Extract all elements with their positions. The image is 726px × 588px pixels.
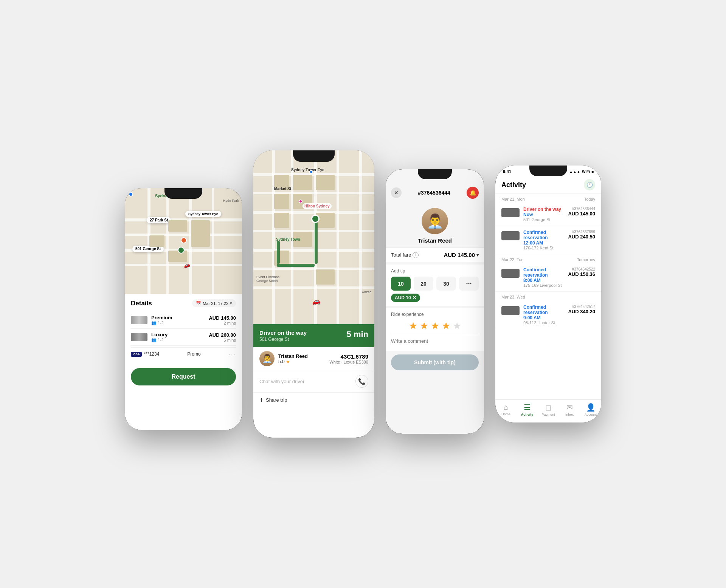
time-3: 8:00 AM: [523, 278, 568, 283]
driver-name: Tristan Reed: [278, 353, 308, 359]
price-1: AUD 145.00: [568, 211, 595, 217]
status-time: 9:41: [503, 169, 511, 174]
nav-payment-label: Payment: [541, 413, 555, 416]
nav-activity-label: Activity: [521, 413, 534, 416]
activity-header: Activity 🕐: [495, 175, 601, 194]
fare-chevron[interactable]: ▾: [476, 252, 479, 258]
tip-options: 10 20 30 ···: [391, 277, 479, 291]
bottom-nav: ⌂ Home ☰ Activity ◻ Payment ✉ Inbox 👤 Ac…: [495, 399, 601, 422]
phone-driver-enroute: 🚗 Sydney Tower Eye Market St Hilton Sydn…: [253, 150, 374, 438]
review-header: ✕ #3764536444 🔔: [386, 183, 484, 203]
nav-home[interactable]: ⌂ Home: [498, 403, 513, 416]
activity-icon: ☰: [524, 403, 531, 412]
fare-row: Total fare i AUD 145.00 ▾: [386, 248, 484, 262]
activity-item-2[interactable]: Confirmed reservation 12:00 AM 170-172 K…: [495, 226, 601, 254]
tip-30-button[interactable]: 30: [436, 277, 456, 291]
info-marker-2: [299, 200, 302, 203]
driver-address: 501 George St: [259, 337, 307, 342]
phone-notch: [164, 188, 202, 199]
map2-tower-label: Sydney Tower Eye: [291, 168, 324, 172]
close-button[interactable]: ✕: [391, 187, 402, 198]
time-4: 9:00 AM: [523, 315, 568, 320]
dest-pin: [178, 247, 185, 254]
map2-hilton-label: Hilton Sydney: [302, 203, 332, 209]
section-mar21: Mar 21, Mon Today: [495, 194, 601, 203]
payment-icon: ◻: [545, 403, 552, 412]
dest-pin-2: [311, 215, 320, 223]
share-trip-row[interactable]: ⬆ Share trip: [253, 393, 374, 407]
addr-4: 98-112 Hunter St: [523, 320, 568, 325]
ride-exp-label: Ride experience: [391, 312, 479, 317]
ride-option-luxury[interactable]: Luxury 👥 1-2 AUD 260.00 5 mins: [131, 329, 236, 346]
status-3: Confirmed reservation: [523, 267, 568, 278]
star-3[interactable]: ★: [431, 320, 439, 332]
star-4[interactable]: ★: [442, 320, 450, 332]
ride-option-premium[interactable]: Premium 👥 1-2 AUD 145.00 2 mins: [131, 312, 236, 329]
tip-10-button[interactable]: 10: [391, 277, 411, 291]
id-4: #3764542517: [568, 305, 595, 309]
chevron-icon: ▾: [230, 301, 232, 306]
nav-account-label: Account: [585, 413, 597, 416]
alert-button[interactable]: 🔔: [467, 187, 479, 199]
activity-title: Activity: [501, 181, 526, 189]
driver-rating: 5.0 ★: [278, 359, 308, 364]
more-options-icon[interactable]: ···: [229, 351, 236, 357]
car-icon-luxury: [131, 333, 147, 341]
chat-input[interactable]: Chat with your driver: [259, 379, 304, 384]
call-button[interactable]: 📞: [355, 375, 368, 388]
driver-avatar-large: 👨‍💼: [422, 208, 448, 234]
tip-more-button[interactable]: ···: [459, 277, 479, 291]
phone-notch-4: [529, 166, 567, 176]
location-dot: [129, 192, 133, 197]
comment-input[interactable]: [391, 335, 479, 347]
addr-3: 175-169 Liverpool St: [523, 283, 568, 288]
activity-item-3[interactable]: Confirmed reservation 8:00 AM 175-169 Li…: [495, 263, 601, 292]
car-marker-2: 🚗: [311, 296, 321, 306]
time-1: Now: [523, 212, 568, 217]
car-icon-2: [501, 231, 520, 240]
remove-tip-icon[interactable]: ✕: [413, 295, 416, 300]
map2-market-label: Market St: [274, 187, 291, 191]
id-3: #3764542522: [568, 267, 595, 271]
tip-20-button[interactable]: 20: [414, 277, 433, 291]
status-4: Confirmed reservation: [523, 305, 568, 315]
history-button[interactable]: 🕐: [584, 179, 595, 190]
nav-inbox[interactable]: ✉ Inbox: [562, 403, 577, 416]
activity-item-4[interactable]: Confirmed reservation 9:00 AM 98-112 Hun…: [495, 301, 601, 329]
nav-inbox-label: Inbox: [565, 413, 574, 416]
activity-item-1[interactable]: Driver on the way Now 501 George St #376…: [495, 203, 601, 226]
star-1[interactable]: ★: [409, 320, 417, 332]
nav-payment[interactable]: ◻ Payment: [541, 403, 556, 416]
fare-value: AUD 145.00: [444, 252, 475, 258]
driver-status-panel: Driver on the way 501 George St 5 min: [253, 324, 374, 347]
map2-anzac-label: Anzac: [362, 290, 371, 294]
booking-id: #3764536444: [418, 190, 450, 196]
driver-info-row: 👨‍💼 Tristan Reed 5.0 ★ 43C1.6789 White ·…: [253, 347, 374, 370]
share-icon: ⬆: [259, 397, 264, 403]
submit-button[interactable]: Submit (with tip): [391, 354, 479, 370]
star-5[interactable]: ★: [453, 320, 461, 332]
request-button[interactable]: Request: [131, 368, 236, 385]
ride-experience-section: Ride experience ★ ★ ★ ★ ★: [386, 308, 484, 351]
star-2[interactable]: ★: [420, 320, 428, 332]
info-icon[interactable]: i: [413, 252, 419, 258]
account-icon: 👤: [586, 403, 596, 412]
payment-row[interactable]: VISA ***1234 Promo ···: [131, 347, 236, 361]
selected-tip-tag[interactable]: AUD 10 ✕: [391, 294, 420, 302]
home-icon: ⌂: [504, 403, 508, 412]
phone-notch-2: [293, 150, 335, 162]
chat-row[interactable]: Chat with your driver 📞: [253, 370, 374, 393]
map2-area: 🚗 Sydney Tower Eye Market St Hilton Sydn…: [253, 150, 374, 324]
id-2: #3764537889: [568, 230, 595, 234]
phone-review: ✕ #3764536444 🔔 👨‍💼 Tristan Reed Total f…: [386, 169, 484, 434]
id-1: #3764536444: [568, 207, 595, 211]
phone-activity: 9:41 ▲▲▲ WiFi ■ Activity 🕐 Mar 21, Mon T…: [495, 166, 601, 422]
calendar-icon: 📅: [196, 301, 201, 306]
date-badge[interactable]: 📅 Mar 21, 17:22 ▾: [192, 299, 236, 307]
wifi-icon: WiFi: [582, 170, 590, 174]
addr-2: 170-172 Kent St: [523, 246, 568, 250]
car-plate: 43C1.6789: [329, 353, 368, 360]
info-marker-1: [309, 170, 313, 174]
nav-account[interactable]: 👤 Account: [583, 403, 598, 416]
nav-activity[interactable]: ☰ Activity: [520, 403, 535, 416]
